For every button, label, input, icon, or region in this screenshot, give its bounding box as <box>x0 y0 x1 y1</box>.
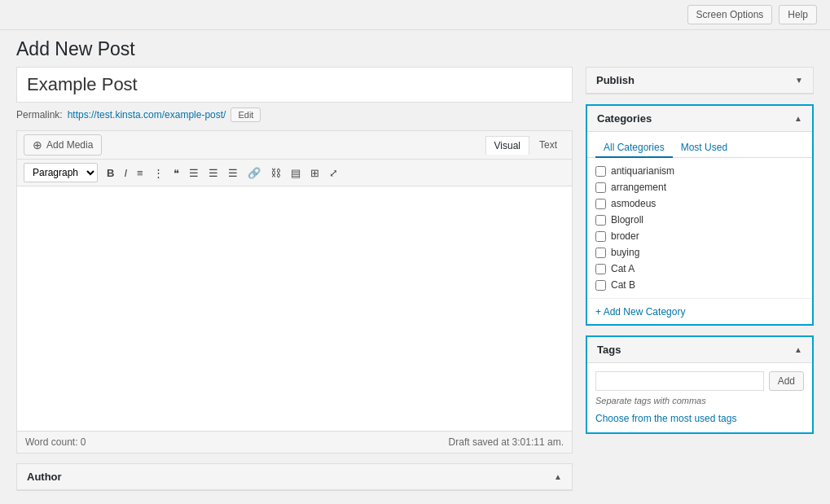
category-label: Blogroll <box>611 214 643 226</box>
table-button[interactable]: ⊞ <box>306 165 323 181</box>
list-item: asmodeus <box>587 195 812 212</box>
tags-panel: Tags ▲ Add Separate tags with commas Cho… <box>586 335 814 434</box>
draft-status: Draft saved at 3:01:11 am. <box>449 436 564 448</box>
add-media-button[interactable]: ⊕ Add Media <box>24 134 102 156</box>
category-checkbox-broder[interactable] <box>595 231 606 242</box>
category-checkbox-antiquarianism[interactable] <box>595 166 606 177</box>
category-label: Cat B <box>611 279 635 291</box>
word-count: Word count: 0 <box>25 436 86 448</box>
unlink-button[interactable]: ⛓ <box>266 165 285 181</box>
author-meta-box: Author ▲ <box>16 463 573 491</box>
list-item: antiquarianism <box>587 163 812 179</box>
categories-panel: Categories ▲ All Categories Most Used an… <box>586 104 814 326</box>
categories-panel-toggle: ▲ <box>794 114 802 123</box>
publish-panel-title: Publish <box>596 74 635 86</box>
category-label: antiquarianism <box>611 165 674 177</box>
align-justify-button[interactable]: ▤ <box>287 165 305 181</box>
ordered-list-button[interactable]: ⋮ <box>149 165 168 181</box>
publish-panel-toggle: ▼ <box>795 76 803 85</box>
author-meta-box-header[interactable]: Author ▲ <box>17 464 572 490</box>
list-item: Cat A <box>587 261 812 277</box>
add-media-label: Add Media <box>46 139 93 151</box>
help-button[interactable]: Help <box>779 5 817 24</box>
publish-panel-header[interactable]: Publish ▼ <box>586 68 813 94</box>
author-meta-box-title: Author <box>27 471 62 483</box>
align-left-button[interactable]: ☰ <box>185 165 203 181</box>
category-label: arrangement <box>611 182 666 193</box>
tags-panel-header[interactable]: Tags ▲ <box>587 337 812 363</box>
category-label: broder <box>611 230 639 242</box>
add-media-icon: ⊕ <box>33 138 42 151</box>
categories-panel-title: Categories <box>597 112 652 125</box>
all-categories-tab[interactable]: All Categories <box>595 138 673 158</box>
category-label: buying <box>611 247 639 258</box>
main-layout: Permalink: https://test.kinsta.com/examp… <box>0 67 830 504</box>
permalink-edit-button[interactable]: Edit <box>231 107 261 122</box>
tags-input[interactable] <box>595 371 764 391</box>
text-tab[interactable]: Text <box>531 136 565 155</box>
choose-tags-link[interactable]: Choose from the most used tags <box>595 413 736 424</box>
align-right-button[interactable]: ☰ <box>224 165 242 181</box>
fullscreen-button[interactable]: ⤢ <box>325 165 342 181</box>
category-checkbox-arrangement[interactable] <box>595 182 606 193</box>
tags-add-button[interactable]: Add <box>769 371 804 391</box>
category-checkbox-asmodeus[interactable] <box>595 199 606 209</box>
list-item: Cat B <box>587 277 812 293</box>
tags-panel-toggle: ▲ <box>794 345 802 354</box>
category-checkbox-cat-b[interactable] <box>595 280 606 291</box>
top-bar: Screen Options Help <box>0 0 830 30</box>
category-checkbox-blogroll[interactable] <box>595 215 606 226</box>
permalink-bar: Permalink: https://test.kinsta.com/examp… <box>16 107 573 122</box>
categories-list: antiquarianism arrangement asmodeus Blog… <box>587 158 812 298</box>
paragraph-select[interactable]: Paragraph <box>24 163 98 182</box>
list-item: Blogroll <box>587 212 812 228</box>
blockquote-button[interactable]: ❝ <box>169 165 183 181</box>
add-new-category-link[interactable]: + Add New Category <box>595 306 685 318</box>
editor-container: ⊕ Add Media Visual Text Paragraph B I ≡ … <box>16 130 573 454</box>
permalink-link[interactable]: https://test.kinsta.com/example-post/ <box>68 109 226 121</box>
tags-input-row: Add <box>595 371 804 391</box>
visual-text-tabs: Visual Text <box>485 136 565 155</box>
permalink-label: Permalink: <box>16 109 63 121</box>
categories-panel-header[interactable]: Categories ▲ <box>587 106 812 132</box>
list-item: broder <box>587 228 812 244</box>
category-label: asmodeus <box>611 198 656 209</box>
publish-panel: Publish ▼ <box>586 67 814 94</box>
category-checkbox-buying[interactable] <box>595 248 606 258</box>
screen-options-button[interactable]: Screen Options <box>687 5 773 24</box>
category-checkbox-cat-a[interactable] <box>595 264 606 274</box>
tags-panel-title: Tags <box>597 344 621 356</box>
right-column: Publish ▼ Categories ▲ All Categories Mo… <box>586 67 814 491</box>
editor-body[interactable] <box>17 186 572 431</box>
list-item: arrangement <box>587 179 812 195</box>
align-center-button[interactable]: ☰ <box>204 165 222 181</box>
tags-content: Add Separate tags with commas Choose fro… <box>587 363 812 432</box>
bold-button[interactable]: B <box>103 165 118 181</box>
add-new-category-section: + Add New Category <box>587 298 812 324</box>
editor-status-bar: Word count: 0 Draft saved at 3:01:11 am. <box>17 431 572 453</box>
category-label: Cat A <box>611 263 635 274</box>
italic-button[interactable]: I <box>120 165 131 181</box>
author-toggle-icon: ▲ <box>554 472 562 481</box>
tags-separator-text: Separate tags with commas <box>595 396 804 405</box>
visual-tab[interactable]: Visual <box>485 136 529 155</box>
most-used-tab[interactable]: Most Used <box>673 138 736 158</box>
post-title-input[interactable] <box>16 67 573 103</box>
editor-toolbar-top: ⊕ Add Media Visual Text <box>17 131 572 160</box>
categories-tabs: All Categories Most Used <box>587 132 812 158</box>
unordered-list-button[interactable]: ≡ <box>133 165 147 181</box>
format-toolbar: Paragraph B I ≡ ⋮ ❝ ☰ ☰ ☰ 🔗 ⛓ ▤ ⊞ ⤢ <box>17 160 572 186</box>
link-button[interactable]: 🔗 <box>244 165 265 181</box>
page-title: Add New Post <box>0 30 830 67</box>
left-column: Permalink: https://test.kinsta.com/examp… <box>16 67 573 491</box>
list-item: buying <box>587 244 812 261</box>
